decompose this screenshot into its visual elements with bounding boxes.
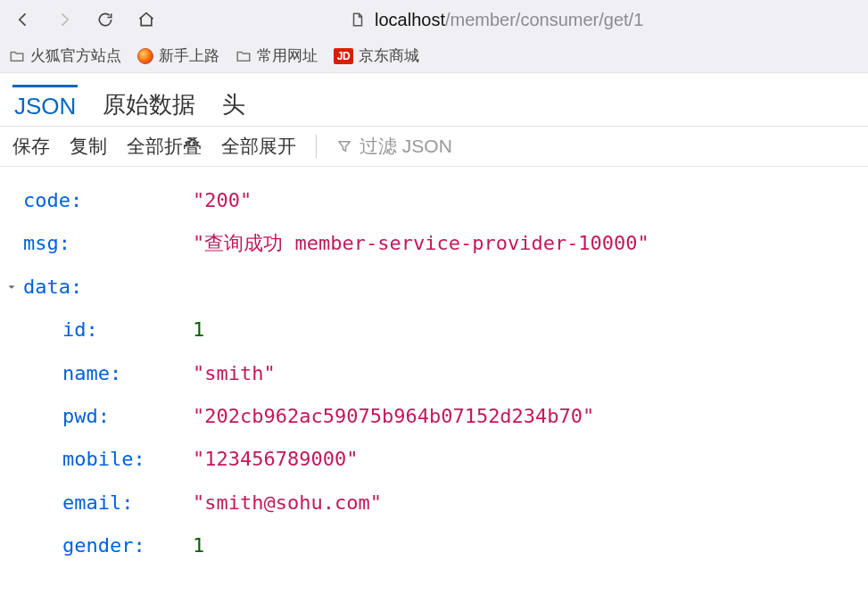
json-action-bar: 保存 复制 全部折叠 全部展开 <box>0 127 868 167</box>
home-button[interactable] <box>130 4 162 36</box>
json-value-number: 1 <box>193 524 204 567</box>
filter-icon <box>336 138 352 154</box>
filter-wrap <box>336 136 538 157</box>
expand-all-button[interactable]: 全部展开 <box>221 134 296 159</box>
json-tree: code: "200" msg: "查询成功 member-service-pr… <box>0 167 868 577</box>
bookmark-common-sites[interactable]: 常用网址 <box>236 45 318 66</box>
json-key: code: <box>23 179 193 222</box>
json-row-mobile[interactable]: mobile: "123456789000" <box>23 438 863 481</box>
expanded-twisty-icon[interactable] <box>5 281 23 293</box>
json-key: id: <box>23 309 193 351</box>
bookmark-label: 火狐官方站点 <box>30 45 121 66</box>
home-icon <box>137 11 155 29</box>
json-value-string: "smith@sohu.com" <box>193 482 382 524</box>
json-key: name: <box>23 352 193 395</box>
bookmark-firefox-official[interactable]: 火狐官方站点 <box>9 45 121 66</box>
json-row-code[interactable]: code: "200" <box>23 179 863 222</box>
chevron-down-icon <box>5 281 18 293</box>
folder-icon <box>236 48 252 64</box>
bookmark-getting-started[interactable]: 新手上路 <box>137 45 219 66</box>
save-button[interactable]: 保存 <box>12 134 50 159</box>
folder-icon <box>9 48 25 64</box>
divider <box>316 135 317 158</box>
json-value-string: "查询成功 member-service-provider-10000" <box>193 222 649 265</box>
copy-button[interactable]: 复制 <box>70 134 107 159</box>
json-value-string: "smith" <box>193 352 276 395</box>
json-key: email: <box>23 482 193 524</box>
collapse-all-button[interactable]: 全部折叠 <box>127 134 202 159</box>
url-host: localhost <box>375 10 445 29</box>
json-key: msg: <box>23 222 193 265</box>
tab-headers[interactable]: 头 <box>220 81 247 126</box>
filter-input[interactable] <box>360 136 538 157</box>
json-row-pwd[interactable]: pwd: "202cb962ac59075b964b07152d234b70" <box>23 395 863 438</box>
json-value-number: 1 <box>193 309 204 351</box>
bookmark-label: 京东商城 <box>359 45 419 66</box>
browser-toolbar: localhost/member/consumer/get/1 <box>0 0 868 39</box>
tab-json[interactable]: JSON <box>12 85 78 126</box>
address-bar[interactable]: localhost/member/consumer/get/1 <box>171 10 861 30</box>
arrow-right-icon <box>55 11 73 29</box>
bookmarks-bar: 火狐官方站点 新手上路 常用网址 JD 京东商城 <box>0 39 868 73</box>
json-row-gender[interactable]: gender: 1 <box>23 524 863 567</box>
url-path: /member/consumer/get/1 <box>445 10 643 29</box>
reload-icon <box>96 11 114 29</box>
json-key: pwd: <box>23 395 193 438</box>
json-row-msg[interactable]: msg: "查询成功 member-service-provider-10000… <box>23 222 863 265</box>
json-row-data[interactable]: data: <box>23 266 863 309</box>
bookmark-label: 新手上路 <box>159 45 219 66</box>
arrow-left-icon <box>14 11 32 29</box>
json-row-name[interactable]: name: "smith" <box>23 352 863 395</box>
json-row-email[interactable]: email: "smith@sohu.com" <box>23 482 863 524</box>
json-value-string: "200" <box>193 179 252 222</box>
json-value-string: "123456789000" <box>193 438 358 481</box>
view-tabs: JSON 原始数据 头 <box>0 73 868 127</box>
page-icon <box>350 12 366 28</box>
json-key: gender: <box>23 524 193 567</box>
jd-icon: JD <box>334 48 353 64</box>
bookmark-label: 常用网址 <box>257 45 318 66</box>
back-button[interactable] <box>7 4 39 36</box>
json-value-string: "202cb962ac59075b964b07152d234b70" <box>193 395 594 438</box>
reload-button[interactable] <box>89 4 121 36</box>
json-key: mobile: <box>23 438 193 481</box>
json-row-id[interactable]: id: 1 <box>23 309 863 351</box>
tab-raw[interactable]: 原始数据 <box>101 81 197 126</box>
bookmark-jd-mall[interactable]: JD 京东商城 <box>334 45 419 66</box>
forward-button[interactable] <box>48 4 80 36</box>
json-key: data: <box>23 266 193 309</box>
firefox-icon <box>137 48 153 64</box>
